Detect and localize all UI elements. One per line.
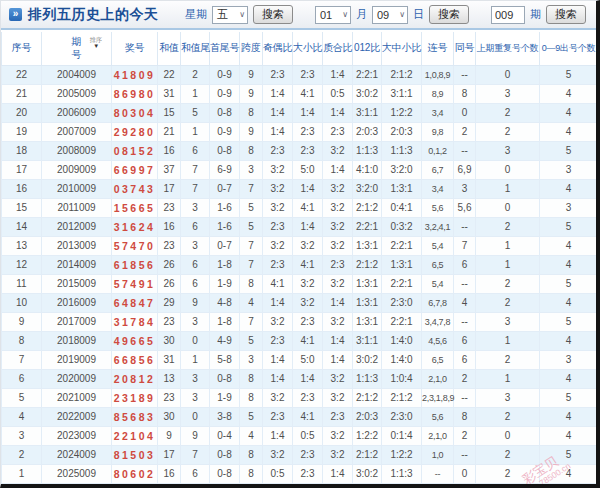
cell-奇偶比: 2:3	[263, 65, 293, 84]
cell-跨度: 8	[240, 369, 263, 388]
day-select[interactable]: 09 ∨	[372, 6, 408, 24]
cell-0—9出号个数: 5	[540, 388, 598, 407]
cell-质合比: 1:4	[323, 331, 353, 350]
cell-和值尾: 9	[181, 293, 210, 312]
cell-序号: 18	[2, 141, 42, 160]
cell-0—9出号个数: 3	[540, 160, 598, 179]
table-row: 62020009208121330-881:41:43:21:1:31:0:42…	[2, 369, 598, 388]
cell-和值: 17	[158, 179, 181, 198]
cell-大小比: 5:0	[293, 160, 323, 179]
cell-和值: 30	[158, 331, 181, 350]
cell-跨度: 9	[240, 84, 263, 103]
cell-大小比: 2:3	[293, 388, 323, 407]
cell-奖号: 80304	[112, 103, 158, 122]
cell-大中小比: 2:2:1	[382, 274, 422, 293]
cell-大中小比: 2:3:0	[382, 293, 422, 312]
cell-奇偶比: 1:4	[263, 293, 293, 312]
cell-上期重复号个数: 1	[476, 331, 540, 350]
cell-和值: 23	[158, 388, 181, 407]
cell-奇偶比: 2:3	[263, 255, 293, 274]
cell-上期重复号个数: 2	[476, 274, 540, 293]
cell-上期重复号个数: 0	[476, 426, 540, 445]
cell-012比: 3:1:1	[353, 103, 382, 122]
column-header-4: 和值尾	[181, 32, 210, 65]
cell-质合比: 3:2	[323, 312, 353, 331]
issue-search-button[interactable]: 搜索	[546, 5, 586, 24]
cell-连号: 6,7	[422, 160, 454, 179]
cell-大中小比: 1:2:2	[382, 103, 422, 122]
cell-期号: 2012009	[42, 217, 112, 236]
cell-首尾号: 4-8	[210, 293, 240, 312]
date-search-button[interactable]: 搜索	[429, 5, 469, 24]
cell-跨度: 8	[240, 388, 263, 407]
cell-大中小比: 1:1:3	[382, 141, 422, 160]
cell-期号: 2007009	[42, 122, 112, 141]
cell-奖号: 57470	[112, 236, 158, 255]
cell-连号: --	[422, 464, 454, 483]
column-header-1[interactable]: 期号排序▼	[42, 32, 112, 65]
cell-首尾号: 5-8	[210, 350, 240, 369]
history-table-body: 222004009418092220-992:32:31:42:2:12:1:2…	[2, 65, 598, 484]
cell-大小比: 4:1	[293, 331, 323, 350]
cell-序号: 10	[2, 293, 42, 312]
cell-大中小比: 3:1:1	[382, 84, 422, 103]
cell-大小比: 4:1	[293, 198, 323, 217]
cell-大中小比: 1:2:2	[382, 445, 422, 464]
issue-input[interactable]	[491, 6, 525, 24]
cell-大中小比: 2:3:0	[382, 407, 422, 426]
cell-首尾号: 0-9	[210, 65, 240, 84]
cell-首尾号: 1-9	[210, 388, 240, 407]
cell-大小比: 3:2	[293, 274, 323, 293]
cell-首尾号: 0-8	[210, 103, 240, 122]
chevron-down-icon: ∨	[342, 10, 348, 19]
table-row: 212005009869803110-991:44:10:53:0:23:1:1…	[2, 84, 598, 103]
cell-期号: 2018009	[42, 331, 112, 350]
cell-0—9出号个数: 5	[540, 217, 598, 236]
cell-和值尾: 6	[181, 274, 210, 293]
cell-质合比: 1:4	[323, 350, 353, 369]
cell-奇偶比: 3:2	[263, 236, 293, 255]
cell-期号: 2010009	[42, 179, 112, 198]
cell-跨度: 8	[240, 103, 263, 122]
cell-012比: 2:2:1	[353, 65, 382, 84]
cell-质合比: 2:3	[323, 407, 353, 426]
cell-首尾号: 4-9	[210, 331, 240, 350]
cell-同号: 0	[454, 464, 476, 483]
cell-跨度: 4	[240, 293, 263, 312]
sort-toggle[interactable]: 排序▼	[89, 36, 103, 50]
week-search-button[interactable]: 搜索	[253, 5, 293, 24]
month-select[interactable]: 01 ∨	[315, 6, 351, 24]
cell-奖号: 23189	[112, 388, 158, 407]
cell-上期重复号个数: 1	[476, 179, 540, 198]
cell-和值: 23	[158, 236, 181, 255]
cell-0—9出号个数: 4	[540, 255, 598, 274]
cell-连号: 2,1,0	[422, 369, 454, 388]
cell-奇偶比: 1:4	[263, 426, 293, 445]
cell-连号: 6,7,8	[422, 293, 454, 312]
cell-上期重复号个数: 1	[476, 255, 540, 274]
cell-序号: 8	[2, 331, 42, 350]
cell-跨度: 5	[240, 407, 263, 426]
cell-奖号: 15665	[112, 198, 158, 217]
cell-质合比: 3:2	[323, 141, 353, 160]
cell-序号: 17	[2, 160, 42, 179]
cell-上期重复号个数: 2	[476, 122, 540, 141]
cell-和值: 16	[158, 217, 181, 236]
cell-首尾号: 0-8	[210, 445, 240, 464]
cell-连号: 5,4	[422, 274, 454, 293]
cell-上期重复号个数: 1	[476, 369, 540, 388]
cell-质合比: 3:2	[323, 369, 353, 388]
cell-质合比: 1:4	[323, 160, 353, 179]
cell-同号: 6	[454, 255, 476, 274]
chevron-down-icon: ∨	[239, 10, 245, 19]
cell-012比: 3:0:2	[353, 350, 382, 369]
cell-和值: 15	[158, 103, 181, 122]
cell-奖号: 85683	[112, 407, 158, 426]
cell-期号: 2004009	[42, 65, 112, 84]
cell-跨度: 9	[240, 65, 263, 84]
column-header-13: 同号	[454, 32, 476, 65]
day-label: 日	[413, 7, 424, 22]
cell-和值尾: 2	[181, 65, 210, 84]
week-select[interactable]: 五 ∨	[212, 6, 248, 24]
cell-奖号: 08152	[112, 141, 158, 160]
